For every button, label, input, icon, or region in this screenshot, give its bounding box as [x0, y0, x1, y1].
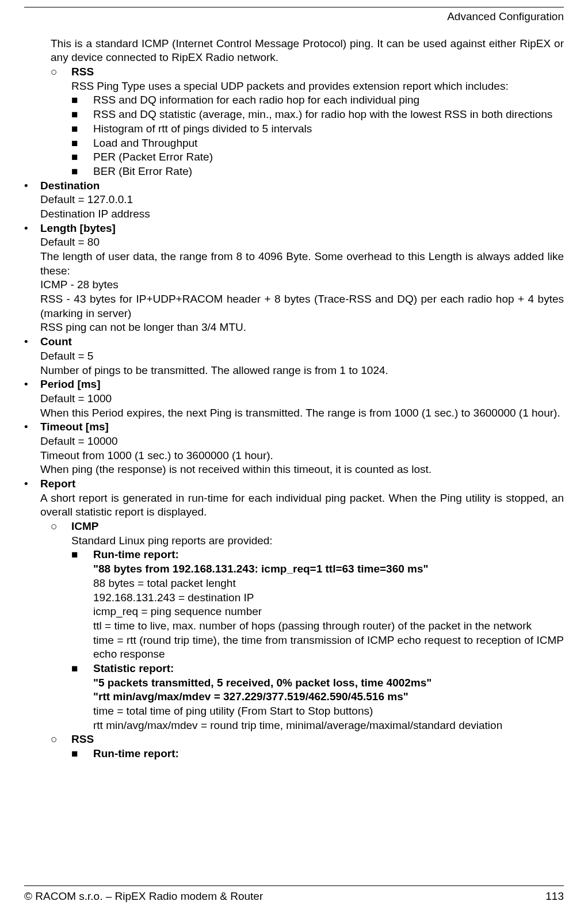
- rss-label: RSS: [71, 65, 564, 79]
- count-default: Default = 5: [24, 349, 564, 364]
- runtime-d: ttl = time to live, max. number of hops …: [24, 619, 564, 633]
- length-note: RSS ping can not be longer than 3/4 MTU.: [24, 320, 564, 335]
- length-desc1: The length of user data, the range from …: [24, 250, 564, 278]
- bullet-circle: ○: [51, 732, 71, 747]
- rss-item: PER (Packet Error Rate): [93, 150, 564, 165]
- bullet-dot: •: [24, 377, 40, 392]
- count-desc: Number of pings to be transmitted. The a…: [24, 364, 564, 378]
- rss-item: RSS and DQ information for each radio ho…: [93, 93, 564, 108]
- bullet-square: ■: [71, 165, 93, 179]
- runtime-report-label: Run-time report:: [93, 548, 564, 562]
- bullet-dot: •: [24, 179, 40, 193]
- bullet-square: ■: [71, 136, 93, 151]
- period-desc: When this Period expires, the next Ping …: [24, 406, 564, 421]
- timeout-l2: When ping (the response) is not received…: [24, 463, 564, 477]
- bullet-square: ■: [71, 150, 93, 165]
- report-intro: A short report is generated in run-time …: [24, 491, 564, 520]
- destination-default: Default = 127.0.0.1: [24, 193, 564, 207]
- length-label: Length [bytes]: [40, 222, 564, 236]
- length-rssline: RSS - 43 bytes for IP+UDP+RACOM header +…: [24, 292, 564, 320]
- bullet-square: ■: [71, 747, 93, 761]
- timeout-default: Default = 10000: [24, 434, 564, 449]
- rss-intro: RSS Ping Type uses a special UDP packets…: [24, 79, 564, 94]
- footer-left: © RACOM s.r.o. – RipEX Radio modem & Rou…: [24, 890, 263, 904]
- runtime-b: 192.168.131.243 = destination IP: [24, 591, 564, 605]
- bullet-dot: •: [24, 420, 40, 434]
- stat-b: rtt min/avg/max/mdev = round trip time, …: [24, 719, 564, 733]
- icmp-intro: This is a standard ICMP (Internet Contro…: [24, 37, 564, 65]
- bullet-square: ■: [71, 548, 93, 562]
- timeout-l1: Timeout from 1000 (1 sec.) to 3600000 (1…: [24, 449, 564, 463]
- bullet-circle: ○: [51, 65, 71, 79]
- timeout-label: Timeout [ms]: [40, 420, 564, 434]
- destination-label: Destination: [40, 179, 564, 193]
- bullet-square: ■: [71, 122, 93, 136]
- rss-item: Histogram of rtt of pings divided to 5 i…: [93, 122, 564, 136]
- count-label: Count: [40, 335, 564, 349]
- rss-item: BER (Bit Error Rate): [93, 165, 564, 179]
- length-default: Default = 80: [24, 235, 564, 250]
- report-rss-label: RSS: [71, 732, 564, 747]
- period-label: Period [ms]: [40, 377, 564, 392]
- rss-item: Load and Throughput: [93, 136, 564, 151]
- bullet-circle: ○: [51, 520, 71, 534]
- stat-q2: "rtt min/avg/max/mdev = 327.229/377.519/…: [24, 690, 564, 704]
- body-content: This is a standard ICMP (Internet Contro…: [24, 37, 564, 761]
- length-icmp: ICMP - 28 bytes: [24, 278, 564, 292]
- runtime-quote: "88 bytes from 192.168.131.243: icmp_req…: [24, 562, 564, 577]
- stat-a: time = total time of ping utility (From …: [24, 704, 564, 719]
- bullet-square: ■: [71, 93, 93, 108]
- bullet-square: ■: [71, 108, 93, 122]
- period-default: Default = 1000: [24, 392, 564, 406]
- report-icmp-label: ICMP: [71, 520, 564, 534]
- bullet-dot: •: [24, 477, 40, 491]
- statistic-report-label: Statistic report:: [93, 662, 564, 676]
- runtime-e: time = rtt (round trip time), the time f…: [24, 633, 564, 662]
- bullet-square: ■: [71, 662, 93, 676]
- rss-item: RSS and DQ statistic (average, min., max…: [93, 108, 564, 122]
- bullet-dot: •: [24, 222, 40, 236]
- rss-runtime-label: Run-time report:: [93, 747, 564, 761]
- report-label: Report: [40, 477, 564, 491]
- report-icmp-line: Standard Linux ping reports are provided…: [24, 534, 564, 548]
- stat-q1: "5 packets transmitted, 5 received, 0% p…: [24, 676, 564, 690]
- runtime-a: 88 bytes = total packet lenght: [24, 577, 564, 591]
- bullet-dot: •: [24, 335, 40, 349]
- page-number: 113: [545, 890, 564, 904]
- page-section-header: Advanced Configuration: [24, 10, 564, 24]
- runtime-c: icmp_req = ping sequence number: [24, 605, 564, 619]
- destination-desc: Destination IP address: [24, 207, 564, 222]
